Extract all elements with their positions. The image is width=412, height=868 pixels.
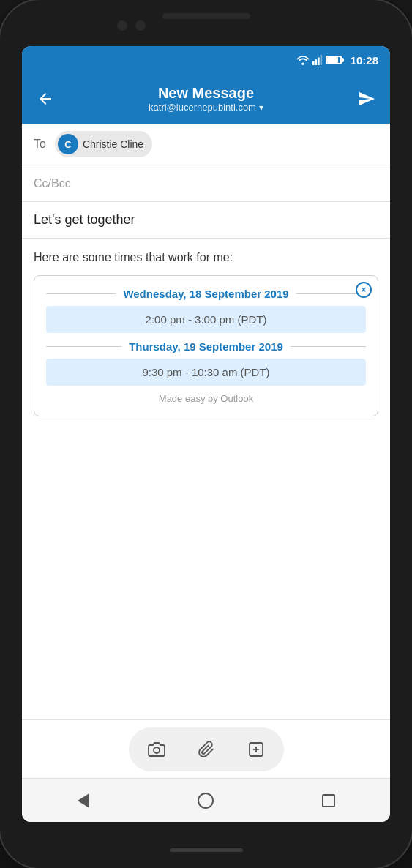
send-button[interactable] (352, 84, 381, 113)
svg-rect-0 (312, 61, 315, 65)
date-section-1: Wednesday, 18 September 2019 2:00 pm - 3… (46, 288, 366, 333)
header-center: New Message katri@lucernepubintl.com ▾ (60, 85, 352, 113)
svg-rect-2 (318, 58, 320, 66)
nav-back-triangle (78, 793, 89, 808)
date-line-left-1 (46, 293, 116, 294)
svg-rect-1 (315, 59, 317, 65)
date-label-1: Wednesday, 18 September 2019 (116, 288, 296, 300)
recipient-chip[interactable]: C Christie Cline (55, 131, 152, 157)
date-label-2: Thursday, 19 September 2019 (121, 340, 291, 353)
cc-bcc-field[interactable]: Cc/Bcc (22, 165, 390, 202)
signal-icon (312, 55, 323, 65)
bottom-toolbar (22, 719, 390, 778)
phone-screen: 10:28 New Message katri@lucernepubintl.c… (22, 46, 390, 822)
nav-recents-button[interactable] (315, 787, 342, 814)
time-slot-1[interactable]: 2:00 pm - 3:00 pm (PDT) (46, 306, 366, 333)
compose-area: To C Christie Cline Cc/Bcc Let's get tog… (22, 124, 390, 719)
cc-label: Cc/Bcc (34, 177, 71, 190)
subject-text: Let's get together (34, 212, 135, 227)
subject-field[interactable]: Let's get together (22, 202, 390, 239)
calendar-card: × Wednesday, 18 September 2019 2:00 pm -… (34, 275, 378, 416)
nav-home-button[interactable] (192, 787, 219, 814)
date-line-right-2 (291, 346, 366, 347)
nav-back-button[interactable] (70, 787, 97, 814)
svg-rect-3 (320, 55, 322, 65)
toolbar-buttons (129, 727, 284, 771)
front-camera (117, 20, 127, 31)
card-close-button[interactable]: × (356, 282, 372, 298)
dropdown-icon: ▾ (259, 102, 263, 113)
add-button[interactable] (240, 733, 272, 766)
svg-point-4 (154, 747, 160, 753)
date-header-2: Thursday, 19 September 2019 (46, 340, 366, 353)
front-camera-2 (135, 20, 146, 31)
header-subtitle[interactable]: katri@lucernepubintl.com ▾ (149, 102, 263, 113)
outlook-badge: Made easy by Outlook (46, 393, 366, 404)
header-title: New Message (158, 85, 254, 102)
nav-home-circle (198, 793, 214, 809)
status-bar: 10:28 (22, 46, 390, 74)
date-section-2: Thursday, 19 September 2019 9:30 pm - 10… (46, 340, 366, 386)
battery-fill (327, 57, 338, 63)
to-field[interactable]: To C Christie Cline (22, 124, 390, 165)
nav-recents-square (322, 794, 335, 807)
date-line-left-2 (46, 346, 121, 347)
attach-button[interactable] (190, 733, 222, 766)
nav-bar (22, 778, 390, 822)
recipient-name: Christie Cline (83, 138, 143, 150)
back-button[interactable] (31, 84, 60, 113)
phone-outer: 10:28 New Message katri@lucernepubintl.c… (0, 0, 412, 868)
status-icons: 10:28 (296, 54, 378, 67)
status-time: 10:28 (351, 54, 378, 67)
recipient-avatar: C (58, 134, 78, 154)
battery-icon (326, 56, 342, 64)
camera-button[interactable] (141, 733, 173, 766)
to-label: To (34, 138, 46, 151)
header-email: katri@lucernepubintl.com (149, 102, 256, 113)
home-bar (170, 848, 243, 852)
body-text: Here are some times that work for me: (34, 249, 378, 266)
time-slot-2[interactable]: 9:30 pm - 10:30 am (PDT) (46, 359, 366, 386)
date-line-right-1 (296, 293, 366, 294)
wifi-icon (296, 55, 310, 65)
body-area[interactable]: Here are some times that work for me: × … (22, 239, 390, 719)
app-header: New Message katri@lucernepubintl.com ▾ (22, 74, 390, 124)
date-header-1: Wednesday, 18 September 2019 (46, 288, 366, 300)
